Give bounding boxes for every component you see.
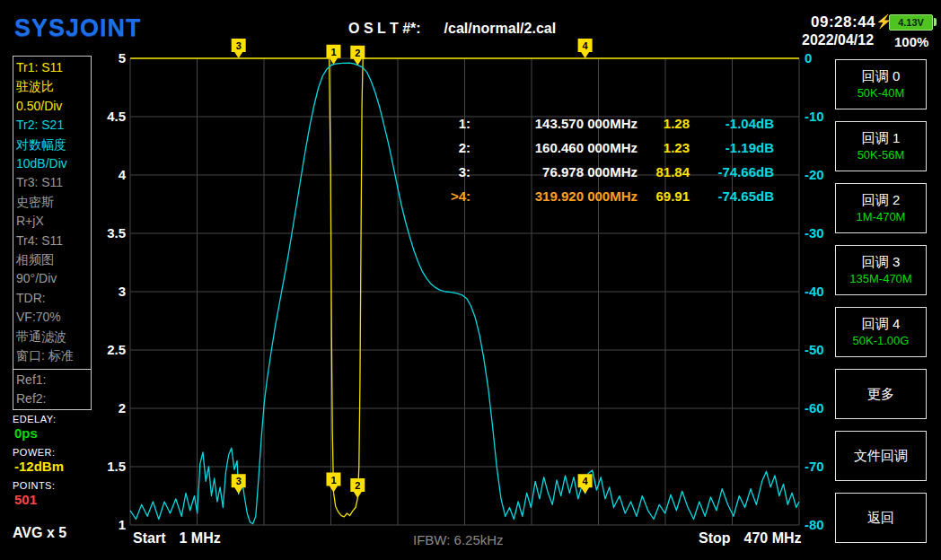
menu-button-range: 50K-56M bbox=[857, 148, 905, 162]
ifbw-label: IFBW: 6.25kHz bbox=[413, 532, 504, 547]
marker-swr-value: 1.28 bbox=[638, 116, 690, 131]
marker-flag-2[interactable]: 2 bbox=[350, 478, 365, 498]
marker-row-3: 3:76.978 000MHz81.84-74.66dB bbox=[444, 160, 774, 184]
marker-flag-number: 1 bbox=[330, 475, 336, 486]
sweep-start-label[interactable]: Start1 MHz bbox=[133, 530, 221, 547]
menu-button-2[interactable]: 回调 21M-470M bbox=[835, 183, 927, 233]
marker-db-value: -74.66dB bbox=[690, 164, 774, 179]
left-axis-tick: 2.5 bbox=[92, 342, 126, 357]
marker-flag-number: 2 bbox=[355, 48, 360, 58]
marker-db-value: -1.19dB bbox=[690, 140, 774, 155]
stop-frequency: 470 MHz bbox=[744, 530, 802, 546]
marker-frequency: 143.570 000MHz bbox=[470, 116, 638, 131]
menu-button-0[interactable]: 回调 050K-40M bbox=[835, 59, 927, 109]
left-axis-tick: 3.5 bbox=[92, 225, 126, 241]
left-axis-tick: 1.5 bbox=[92, 459, 126, 474]
marker-flag-number: 3 bbox=[236, 40, 242, 51]
marker-flag-number: 4 bbox=[583, 476, 589, 486]
chart-plot[interactable]: 11223344 bbox=[0, 0, 941, 560]
marker-flag-4[interactable]: 4 bbox=[578, 39, 593, 58]
sweep-stop-label[interactable]: Stop470 MHz bbox=[699, 530, 802, 547]
start-frequency: 1 MHz bbox=[179, 530, 220, 546]
menu-button-6[interactable]: 文件回调 bbox=[835, 431, 927, 481]
menu-button-label: 返回 bbox=[867, 510, 894, 526]
menu-button-3[interactable]: 回调 3135M-470M bbox=[835, 245, 927, 295]
menu-button-range: 135M-470M bbox=[849, 272, 911, 286]
menu-button-label: 回调 1 bbox=[862, 130, 901, 146]
left-axis-tick: 1 bbox=[92, 517, 126, 532]
marker-row-label: 2: bbox=[444, 140, 470, 155]
menu-button-4[interactable]: 回调 450K-1.00G bbox=[835, 307, 927, 357]
marker-db-value: -74.65dB bbox=[690, 188, 774, 204]
menu-button-7[interactable]: 返回 bbox=[835, 493, 927, 543]
stop-word: Stop bbox=[699, 530, 731, 546]
marker-flag-number: 2 bbox=[355, 480, 360, 491]
menu-button-label: 文件回调 bbox=[854, 448, 908, 464]
marker-row-label: 1: bbox=[444, 116, 470, 131]
start-word: Start bbox=[133, 530, 165, 546]
menu-button-label: 回调 2 bbox=[862, 192, 901, 208]
marker-row-label: 3: bbox=[444, 164, 470, 179]
menu-button-5[interactable]: 更多 bbox=[835, 369, 927, 419]
marker-frequency: 160.460 000MHz bbox=[470, 140, 638, 155]
marker-flag-number: 1 bbox=[330, 47, 336, 57]
left-axis-tick: 4 bbox=[92, 167, 126, 182]
marker-row-2: 2:160.460 000MHz1.23-1.19dB bbox=[444, 136, 774, 160]
menu-button-range: 50K-40M bbox=[857, 86, 905, 101]
menu-button-label: 回调 3 bbox=[862, 254, 901, 270]
vna-screen: SYSJOINT O S L T #*:/cal/normal/2.cal 09… bbox=[0, 0, 941, 560]
marker-flag-3[interactable]: 3 bbox=[232, 39, 246, 58]
menu-button-range: 50K-1.00G bbox=[853, 334, 910, 348]
left-axis-tick: 4.5 bbox=[92, 109, 126, 124]
left-axis-tick: 5 bbox=[92, 50, 126, 66]
menu-button-label: 回调 0 bbox=[862, 68, 901, 84]
marker-swr-value: 81.84 bbox=[638, 164, 690, 179]
marker-row-label: >4: bbox=[444, 188, 470, 204]
marker-row-4: >4:319.920 000MHz69.91-74.65dB bbox=[444, 184, 774, 208]
marker-flag-1[interactable]: 1 bbox=[326, 473, 340, 493]
marker-readout-table: 1:143.570 000MHz1.28-1.04dB2:160.460 000… bbox=[444, 111, 774, 208]
marker-frequency: 76.978 000MHz bbox=[470, 164, 638, 179]
marker-frequency: 319.920 000MHz bbox=[470, 188, 638, 204]
left-axis-tick: 2 bbox=[92, 400, 126, 416]
marker-swr-value: 1.23 bbox=[638, 140, 690, 155]
menu-button-range: 1M-470M bbox=[857, 210, 906, 224]
menu-button-1[interactable]: 回调 150K-56M bbox=[835, 121, 927, 171]
marker-swr-value: 69.91 bbox=[638, 188, 690, 204]
marker-flag-number: 4 bbox=[583, 40, 589, 51]
left-axis-tick: 3 bbox=[92, 284, 126, 299]
menu-button-label: 更多 bbox=[867, 386, 894, 402]
menu-panel: 回调 050K-40M回调 150K-56M回调 21M-470M回调 3135… bbox=[835, 59, 927, 555]
marker-row-1: 1:143.570 000MHz1.28-1.04dB bbox=[444, 111, 774, 136]
menu-button-label: 回调 4 bbox=[862, 316, 901, 332]
marker-flag-1[interactable]: 1 bbox=[326, 45, 340, 65]
marker-db-value: -1.04dB bbox=[690, 116, 774, 131]
marker-flag-number: 3 bbox=[236, 476, 242, 486]
